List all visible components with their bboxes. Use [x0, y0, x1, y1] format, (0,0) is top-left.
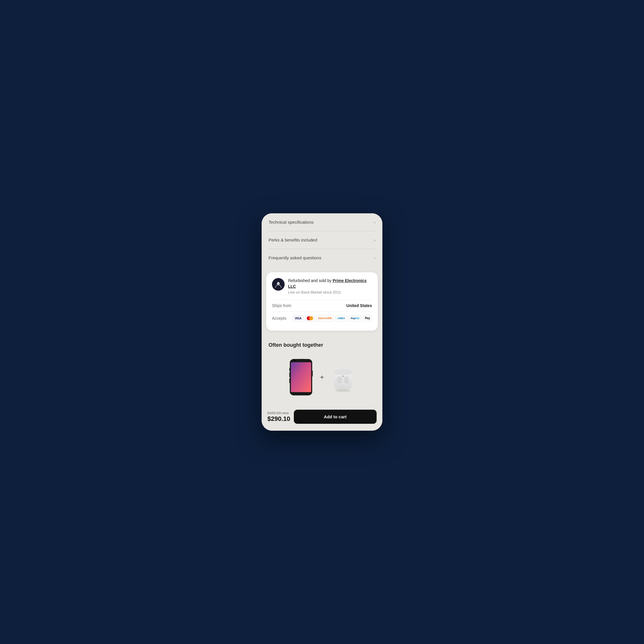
svg-point-16 — [335, 389, 351, 392]
svg-rect-7 — [289, 372, 290, 377]
accordion-label-perks-benefits: Perks & benefits included — [269, 237, 317, 242]
svg-rect-11 — [334, 369, 352, 374]
applepay-icon: Pay — [363, 315, 372, 321]
chevron-right-icon: › — [374, 238, 375, 242]
airpods-product[interactable] — [329, 361, 357, 393]
accordion-section: Technical specifications › Perks & benef… — [262, 213, 382, 267]
accordion-item-perks-benefits[interactable]: Perks & benefits included › — [269, 231, 375, 249]
seller-accepts-row: Accepts VISA DISCOVER AMEX PayPal Pay — [272, 311, 372, 325]
often-bought-title: Often bought together — [269, 342, 375, 348]
seller-intro: Refurbished and sold by — [288, 278, 333, 283]
accordion-item-technical-specs[interactable]: Technical specifications › — [269, 213, 375, 231]
svg-point-15 — [342, 375, 344, 377]
chevron-right-icon: › — [374, 256, 375, 260]
svg-point-14 — [344, 376, 349, 383]
seller-info: Refurbished and sold by Prime Electronic… — [288, 278, 372, 294]
plus-separator: + — [320, 373, 324, 381]
bottom-bar: $499.00 new $290.10 Add to cart — [262, 406, 382, 431]
iphone-image — [287, 359, 315, 396]
svg-rect-5 — [294, 359, 296, 361]
often-bought-section: Often bought together — [262, 336, 382, 406]
seller-header: Refurbished and sold by Prime Electronic… — [272, 278, 372, 294]
svg-point-13 — [337, 376, 342, 383]
mastercard-icon — [305, 315, 315, 321]
amex-icon: AMEX — [336, 315, 347, 321]
price-original: $499.00 new — [267, 411, 290, 415]
airpods-image — [329, 361, 357, 393]
svg-rect-9 — [312, 370, 313, 376]
accordion-item-faq[interactable]: Frequently asked questions › — [269, 249, 375, 267]
svg-rect-6 — [289, 368, 290, 371]
payment-icons: VISA DISCOVER AMEX PayPal Pay — [293, 315, 372, 321]
seller-avatar — [272, 278, 285, 291]
seller-card: Refurbished and sold by Prime Electronic… — [266, 272, 378, 330]
ships-from-label: Ships from — [272, 303, 291, 308]
discover-icon: DISCOVER — [316, 315, 334, 321]
visa-icon: VISA — [293, 315, 304, 321]
ships-from-value: United States — [346, 303, 372, 308]
accordion-label-faq: Frequently asked questions — [269, 255, 321, 260]
chevron-right-icon: › — [374, 220, 375, 225]
svg-rect-4 — [296, 359, 306, 361]
accordion-label-technical-specs: Technical specifications — [269, 220, 314, 225]
svg-rect-3 — [291, 362, 311, 392]
price-section: $499.00 new $290.10 — [267, 411, 290, 423]
often-bought-products: + — [269, 353, 375, 402]
seller-since: Live on Back Market since 2021 — [288, 290, 372, 294]
paypal-icon: PayPal — [349, 315, 361, 321]
svg-point-0 — [277, 282, 280, 285]
svg-rect-8 — [289, 378, 290, 383]
price-current: $290.10 — [267, 415, 290, 423]
seller-title: Refurbished and sold by Prime Electronic… — [288, 278, 372, 289]
iphone-product[interactable] — [287, 359, 315, 396]
accepts-label: Accepts — [272, 316, 286, 321]
add-to-cart-button[interactable]: Add to cart — [294, 410, 377, 424]
phone-frame: Technical specifications › Perks & benef… — [262, 213, 382, 430]
seller-ships-row: Ships from United States — [272, 300, 372, 311]
